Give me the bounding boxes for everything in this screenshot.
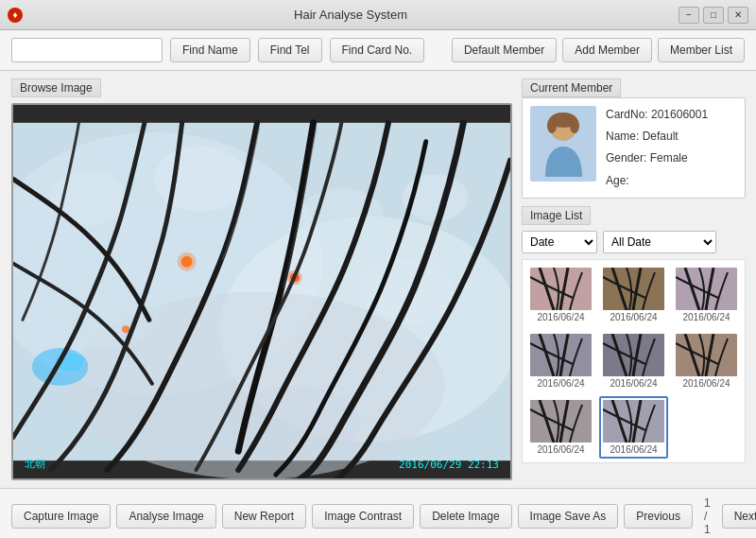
range-filter-select[interactable]: All Date [603, 231, 716, 253]
image-list-label: Image List [522, 206, 591, 225]
thumbnail-item-5[interactable]: 2016/06/24 [599, 330, 668, 392]
thumbnail-date-7: 2016/06/24 [537, 444, 584, 455]
thumbnail-date-3: 2016/06/24 [682, 312, 730, 322]
image-display: 北朝 2016/06/29 22:13 [11, 103, 512, 480]
member-info: CardNo: 201606001 Name: Default Gender: … [606, 106, 708, 190]
add-member-button[interactable]: Add Member [562, 38, 652, 62]
image-grid: 2016/06/242016/06/242016/06/242016/06/24… [522, 259, 746, 463]
thumbnail-date-5: 2016/06/24 [610, 378, 657, 389]
microscope-image [13, 105, 510, 478]
thumbnail-date-1: 2016/06/24 [537, 312, 584, 322]
member-list-button[interactable]: Member List [658, 38, 745, 62]
pagination: Previous 1 / 1 Next [624, 496, 756, 536]
window-title: Hair Analyse System [23, 8, 679, 22]
member-controls: Default Member Add Member Member List [452, 38, 745, 62]
thumbnail-image-5 [603, 334, 664, 376]
thumbnail-item-1[interactable]: 2016/06/24 [526, 264, 595, 326]
capture-image-button[interactable]: Capture Image [11, 504, 111, 529]
thumbnail-item-4[interactable]: 2016/06/24 [526, 330, 595, 392]
image-save-as-button[interactable]: Image Save As [518, 504, 619, 529]
image-timestamp: 2016/06/29 22:13 [399, 459, 499, 471]
app-icon: ♦ [8, 8, 23, 23]
svg-point-9 [360, 259, 454, 324]
thumbnail-item-8[interactable]: 2016/06/24 [599, 396, 668, 459]
location-stamp: 北朝 [25, 457, 45, 471]
thumbnail-item-7[interactable]: 2016/06/24 [526, 396, 595, 459]
thumbnail-image-7 [530, 400, 592, 443]
close-button[interactable]: ✕ [728, 7, 748, 24]
current-member-label: Current Member [522, 78, 621, 97]
thumbnail-date-4: 2016/06/24 [537, 378, 584, 389]
right-panel: Current Member [522, 78, 746, 480]
maximize-button[interactable]: □ [703, 7, 724, 24]
member-card-no: CardNo: 201606001 [606, 106, 708, 124]
date-filter-select[interactable]: Date [522, 231, 597, 253]
find-tel-button[interactable]: Find Tel [258, 38, 322, 62]
minimize-button[interactable]: − [679, 7, 699, 24]
bottom-toolbar: Capture Image Analyse Image New Report I… [0, 488, 756, 538]
thumbnail-image-1 [530, 268, 592, 310]
new-report-button[interactable]: New Report [222, 504, 306, 529]
image-list-section: Image List Date All Date 2016/06/242016/… [522, 206, 746, 480]
toolbar: Find Name Find Tel Find Card No. Default… [0, 30, 756, 71]
page-info: 1 / 1 [698, 496, 716, 536]
delete-image-button[interactable]: Delete Image [420, 504, 511, 529]
member-gender: Gender: Female [606, 149, 708, 167]
thumbnail-item-6[interactable]: 2016/06/24 [672, 330, 741, 392]
thumbnail-image-4 [530, 334, 592, 376]
thumbnail-image-2 [603, 268, 664, 310]
default-member-button[interactable]: Default Member [452, 38, 557, 62]
title-bar: ♦ Hair Analyse System − □ ✕ [0, 0, 756, 30]
thumbnail-date-2: 2016/06/24 [610, 312, 657, 322]
window-controls: − □ ✕ [679, 7, 748, 24]
image-contrast-button[interactable]: Image Contrast [312, 504, 414, 529]
find-name-button[interactable]: Find Name [170, 38, 250, 62]
previous-button[interactable]: Previous [624, 504, 693, 529]
member-name: Name: Default [606, 128, 708, 146]
thumbnail-image-6 [676, 334, 737, 376]
thumbnail-date-6: 2016/06/24 [682, 378, 730, 389]
svg-point-22 [547, 118, 557, 133]
analyse-image-button[interactable]: Analyse Image [116, 504, 215, 529]
next-button[interactable]: Next [722, 504, 756, 529]
member-card: CardNo: 201606001 Name: Default Gender: … [522, 97, 746, 199]
svg-point-5 [154, 147, 248, 212]
thumbnail-image-3 [676, 268, 737, 310]
thumbnail-item-3[interactable]: 2016/06/24 [672, 264, 741, 326]
left-panel: Browse Image [11, 78, 512, 480]
find-card-no-button[interactable]: Find Card No. [330, 38, 425, 62]
search-input[interactable] [11, 38, 163, 62]
filter-row: Date All Date [522, 231, 746, 253]
svg-point-15 [122, 325, 129, 333]
thumbnail-item-2[interactable]: 2016/06/24 [599, 264, 668, 326]
thumbnail-date-8: 2016/06/24 [610, 444, 657, 455]
thumbnail-image-8 [603, 400, 664, 443]
member-avatar [530, 106, 596, 182]
svg-point-12 [178, 252, 197, 271]
svg-point-23 [570, 118, 579, 133]
member-age: Age: [606, 172, 708, 190]
main-content: Browse Image [0, 71, 756, 488]
current-member-section: Current Member [522, 78, 746, 199]
browse-image-label: Browse Image [11, 78, 101, 97]
